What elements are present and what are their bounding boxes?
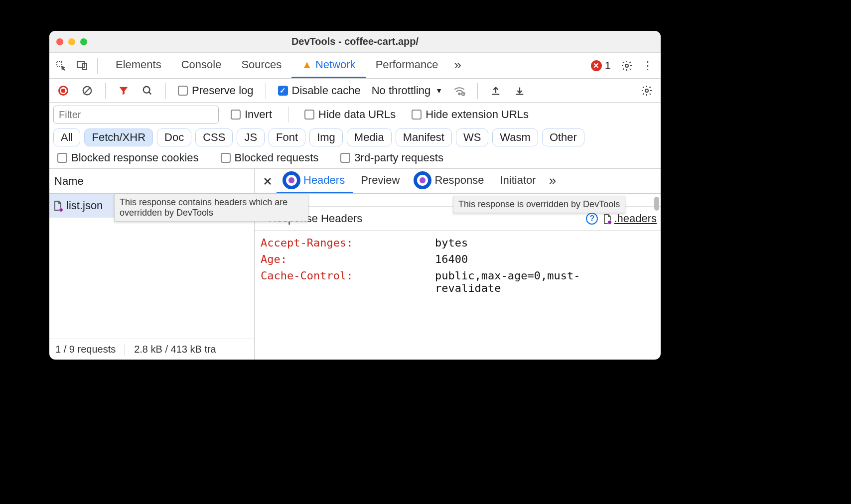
chip-media[interactable]: Media [347, 128, 392, 146]
chip-fetch-xhr[interactable]: Fetch/XHR [84, 128, 153, 146]
requests-status-bar: 1 / 9 requests 2.8 kB / 413 kB tra [49, 339, 254, 360]
preserve-log-checkbox[interactable]: Preserve log [174, 84, 258, 97]
chevron-down-icon: ▼ [435, 87, 442, 95]
status-requests: 1 / 9 requests [55, 344, 116, 355]
checkbox-icon [57, 153, 67, 163]
response-headers-list: Accept-Ranges: bytes Age: 16400 Cache-Co… [255, 231, 661, 300]
record-icon[interactable] [53, 81, 73, 101]
chip-all[interactable]: All [53, 128, 80, 146]
panel-tabs: Elements Console Sources ▲Network Perfor… [49, 53, 661, 79]
checkbox-icon [178, 86, 188, 96]
header-value: bytes [435, 237, 661, 249]
checkbox-icon [231, 110, 241, 120]
clear-icon[interactable] [77, 81, 97, 101]
checkbox-icon [340, 153, 350, 163]
search-icon[interactable] [138, 81, 157, 101]
header-row: Accept-Ranges: bytes [261, 235, 661, 251]
network-settings-icon[interactable] [637, 81, 657, 101]
filter-row: Invert Hide data URLs Hide extension URL… [49, 103, 661, 126]
chip-img[interactable]: Img [309, 128, 343, 146]
checkbox-icon [304, 110, 314, 120]
header-key: Age: [261, 253, 435, 265]
window-title: DevTools - coffee-cart.app/ [49, 36, 661, 47]
scrollbar-thumb[interactable] [654, 197, 659, 211]
tooltip-response-override: This response is overridden by DevTools [453, 196, 625, 213]
tab-elements[interactable]: Elements [106, 53, 171, 78]
errors-badge[interactable]: ✕ 1 [591, 59, 611, 72]
header-row: Cache-Control: public,max-age=0,must-rev… [261, 267, 661, 296]
help-icon[interactable]: ? [586, 213, 598, 225]
chip-manifest[interactable]: Manifest [396, 128, 452, 146]
svg-point-3 [625, 64, 628, 67]
headers-override-link[interactable]: .headers [603, 212, 657, 225]
override-indicator-icon [283, 171, 300, 189]
network-toolbar: Preserve log Disable cache No throttling… [49, 79, 661, 103]
chip-other[interactable]: Other [542, 128, 584, 146]
header-key: Cache-Control: [261, 269, 435, 294]
tab-console[interactable]: Console [171, 53, 232, 78]
throttling-select[interactable]: No throttling ▼ [369, 84, 445, 97]
settings-icon[interactable] [617, 56, 637, 76]
checkbox-icon [278, 86, 288, 96]
chip-wasm[interactable]: Wasm [492, 128, 538, 146]
network-conditions-icon[interactable] [449, 81, 469, 101]
network-main: Name list.json 1 / 9 requests 2.8 kB / 4… [49, 169, 661, 360]
tab-performance[interactable]: Performance [366, 53, 448, 78]
chip-css[interactable]: CSS [195, 128, 233, 146]
separator [97, 58, 98, 74]
close-details-icon[interactable] [259, 169, 277, 193]
request-filter-checks: Blocked response cookies Blocked request… [49, 149, 661, 169]
chip-ws[interactable]: WS [456, 128, 488, 146]
header-row: Age: 16400 [261, 251, 661, 267]
blocked-requests-checkbox[interactable]: Blocked requests [217, 151, 323, 164]
titlebar: DevTools - coffee-cart.app/ [49, 31, 661, 53]
hide-data-urls-checkbox[interactable]: Hide data URLs [300, 108, 400, 121]
inspect-icon[interactable] [51, 56, 71, 76]
svg-point-8 [459, 93, 460, 94]
download-har-icon[interactable] [510, 81, 530, 101]
checkbox-icon [412, 110, 422, 120]
chip-font[interactable]: Font [269, 128, 305, 146]
requests-header-name[interactable]: Name [49, 169, 254, 194]
request-name: list.json [66, 199, 103, 212]
detail-tab-headers[interactable]: Headers [277, 169, 353, 193]
blocked-cookies-checkbox[interactable]: Blocked response cookies [53, 151, 203, 164]
tooltip-headers-override: This response contains headers which are… [114, 194, 308, 222]
devtools-window: DevTools - coffee-cart.app/ Elements Con… [49, 31, 661, 360]
resource-type-chips: All Fetch/XHR Doc CSS JS Font Img Media … [49, 126, 661, 149]
header-key: Accept-Ranges: [261, 237, 435, 249]
file-overridden-icon [603, 214, 611, 224]
filter-input[interactable] [53, 106, 219, 124]
detail-tab-preview[interactable]: Preview [353, 169, 408, 193]
tab-sources[interactable]: Sources [231, 53, 291, 78]
svg-point-10 [645, 89, 648, 92]
header-value: public,max-age=0,must-revalidate [435, 269, 661, 294]
upload-har-icon[interactable] [486, 81, 506, 101]
svg-line-5 [84, 87, 91, 94]
third-party-checkbox[interactable]: 3rd-party requests [336, 151, 447, 164]
filter-icon[interactable] [114, 81, 134, 101]
invert-checkbox[interactable]: Invert [227, 108, 276, 121]
detail-tabs-overflow[interactable]: » [544, 169, 561, 193]
chip-js[interactable]: JS [237, 128, 265, 146]
detail-tabs: Headers Preview Response Initiator » [255, 169, 661, 194]
detail-tab-response[interactable]: Response [408, 169, 492, 193]
checkbox-icon [221, 153, 231, 163]
override-indicator-icon [414, 171, 431, 189]
tabs-overflow[interactable]: » [448, 53, 467, 78]
warning-icon: ▲ [301, 58, 312, 71]
file-overridden-icon [53, 200, 62, 211]
hide-extension-urls-checkbox[interactable]: Hide extension URLs [408, 108, 533, 121]
error-icon: ✕ [591, 60, 602, 71]
tab-network[interactable]: ▲Network [291, 53, 365, 78]
svg-line-7 [149, 92, 151, 94]
chip-doc[interactable]: Doc [157, 128, 191, 146]
kebab-menu-icon[interactable]: ⋮ [638, 56, 658, 76]
svg-rect-0 [57, 61, 62, 66]
status-transfer: 2.8 kB / 413 kB tra [134, 344, 216, 355]
svg-point-6 [143, 86, 150, 93]
detail-tab-initiator[interactable]: Initiator [492, 169, 544, 193]
header-value: 16400 [435, 253, 661, 265]
device-toggle-icon[interactable] [72, 56, 92, 76]
disable-cache-checkbox[interactable]: Disable cache [274, 84, 365, 97]
